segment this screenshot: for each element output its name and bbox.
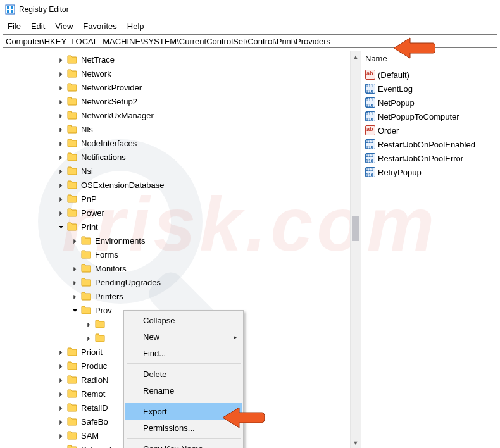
address-bar[interactable] xyxy=(3,34,497,48)
expander-closed-icon[interactable]: ⏵ xyxy=(57,349,66,356)
address-input[interactable] xyxy=(6,37,494,46)
cm-permissions[interactable]: Permissions... xyxy=(125,420,242,436)
tree-item[interactable]: ⏵Printers xyxy=(0,289,361,303)
expander-closed-icon[interactable]: ⏵ xyxy=(57,126,66,133)
scroll-down-button[interactable]: ▼ xyxy=(351,437,361,448)
list-row[interactable]: RetryPopup xyxy=(361,165,500,179)
list-header[interactable]: Name xyxy=(361,51,500,66)
tree-item[interactable]: ⏵PendingUpgrades xyxy=(0,275,361,289)
tree-item[interactable]: Forms xyxy=(0,247,361,261)
expander-closed-icon[interactable]: ⏵ xyxy=(57,209,66,216)
tree-item-label: Prov xyxy=(94,306,113,315)
folder-icon xyxy=(67,83,77,92)
folder-icon xyxy=(67,375,77,384)
list-row[interactable]: NetPopup xyxy=(361,96,500,109)
tree-item[interactable]: ⏵Network xyxy=(0,66,361,80)
column-name[interactable]: Name xyxy=(365,54,387,63)
tree-item[interactable]: ⏵Nls xyxy=(0,122,361,136)
tree-item-label: Network xyxy=(80,69,113,78)
menu-file[interactable]: File xyxy=(3,20,26,32)
folder-icon xyxy=(67,152,77,161)
tree-item-label: Monitors xyxy=(94,264,128,273)
list-row[interactable]: NetPopupToComputer xyxy=(361,109,500,123)
expander-closed-icon[interactable]: ⏵ xyxy=(57,418,66,425)
cm-rename[interactable]: Rename xyxy=(125,382,242,399)
expander-closed-icon[interactable]: ⏵ xyxy=(57,84,66,91)
folder-icon xyxy=(67,180,77,189)
cm-delete[interactable]: Delete xyxy=(125,366,242,382)
folder-icon xyxy=(67,208,77,217)
tree-item-label: RadioN xyxy=(80,375,109,385)
expander-closed-icon[interactable]: ⏵ xyxy=(57,70,66,77)
list-row[interactable]: RestartJobOnPoolError xyxy=(361,151,500,165)
tree-item-label: SafeBo xyxy=(80,417,109,426)
cm-export[interactable]: Export xyxy=(125,403,242,420)
expander-closed-icon[interactable]: ⏵ xyxy=(57,390,66,397)
tree-item-label: NetworkProvider xyxy=(80,83,143,92)
expander-closed-icon[interactable]: ⏵ xyxy=(85,321,94,328)
tree-scrollbar[interactable]: ▲ ▼ xyxy=(350,51,361,448)
tree-item[interactable]: ⏵Nsi xyxy=(0,164,361,178)
folder-icon xyxy=(67,166,77,175)
cm-find[interactable]: Find... xyxy=(125,345,242,361)
folder-icon xyxy=(67,55,77,64)
expander-closed-icon[interactable]: ⏵ xyxy=(71,279,80,286)
expander-closed-icon[interactable]: ⏵ xyxy=(57,56,66,63)
tree-item[interactable]: ⏵NodeInterfaces xyxy=(0,136,361,150)
expander-closed-icon[interactable]: ⏵ xyxy=(57,182,66,189)
expander-closed-icon[interactable]: ⏵ xyxy=(57,404,66,411)
folder-icon xyxy=(67,194,77,203)
menu-bar: File Edit View Favorites Help xyxy=(0,19,500,33)
menu-favorites[interactable]: Favorites xyxy=(78,20,122,32)
svg-rect-4 xyxy=(11,10,13,13)
title-bar: Registry Editor xyxy=(0,0,500,19)
tree-item-label: Printers xyxy=(94,292,125,301)
folder-icon xyxy=(81,306,91,314)
menu-view[interactable]: View xyxy=(50,20,78,32)
tree-item[interactable]: ⏷Print xyxy=(0,220,361,233)
scroll-up-button[interactable]: ▲ xyxy=(351,51,361,62)
expander-closed-icon[interactable]: ⏵ xyxy=(57,140,66,147)
tree-item[interactable]: ⏵NetworkProvider xyxy=(0,80,361,94)
expander-closed-icon[interactable]: ⏵ xyxy=(57,168,66,175)
folder-icon xyxy=(67,431,77,440)
expander-open-icon[interactable]: ⏷ xyxy=(71,307,80,314)
tree-item[interactable]: ⏵OSExtensionDatabase xyxy=(0,178,361,192)
tree-item-label: SAM xyxy=(80,431,100,440)
tree-item[interactable]: ⏵NetTrace xyxy=(0,53,361,66)
expander-closed-icon[interactable]: ⏵ xyxy=(57,112,66,119)
menu-edit[interactable]: Edit xyxy=(26,20,50,32)
expander-closed-icon[interactable]: ⏵ xyxy=(57,446,66,449)
expander-closed-icon[interactable]: ⏵ xyxy=(57,154,66,161)
tree-item[interactable]: ⏵PnP xyxy=(0,192,361,206)
cm-collapse[interactable]: Collapse xyxy=(125,312,242,328)
menu-help[interactable]: Help xyxy=(122,20,149,32)
expander-closed-icon[interactable]: ⏵ xyxy=(57,432,66,439)
list-row[interactable]: RestartJobOnPoolEnabled xyxy=(361,137,500,151)
expander-closed-icon[interactable]: ⏵ xyxy=(85,335,94,342)
folder-icon xyxy=(81,264,91,273)
expander-closed-icon[interactable]: ⏵ xyxy=(57,363,66,370)
expander-closed-icon[interactable]: ⏵ xyxy=(57,98,66,105)
list-row[interactable]: (Default) xyxy=(361,68,500,82)
tree-item[interactable]: ⏵Notifications xyxy=(0,150,361,164)
expander-closed-icon[interactable]: ⏵ xyxy=(57,196,66,202)
tree-item[interactable]: ⏵Power xyxy=(0,206,361,220)
expander-closed-icon[interactable]: ⏵ xyxy=(71,293,80,300)
value-list[interactable]: (Default)EventLogNetPopupNetPopupToCompu… xyxy=(361,66,500,179)
expander-closed-icon[interactable]: ⏵ xyxy=(57,376,66,383)
scroll-thumb[interactable] xyxy=(352,216,359,241)
tree-item[interactable]: ⏵NetworkUxManager xyxy=(0,108,361,122)
cm-new[interactable]: New xyxy=(125,328,242,345)
list-row[interactable]: Order xyxy=(361,123,500,137)
list-row[interactable]: EventLog xyxy=(361,82,500,96)
cm-copy-key-name[interactable]: Copy Key Name xyxy=(125,440,242,448)
expander-closed-icon[interactable]: ⏵ xyxy=(71,265,80,272)
expander-closed-icon[interactable]: ⏵ xyxy=(71,237,80,244)
tree-item[interactable]: ⏵Environments xyxy=(0,233,361,247)
reg-binary-icon xyxy=(365,153,375,163)
value-name: NetPopupToComputer xyxy=(378,112,459,121)
expander-open-icon[interactable]: ⏷ xyxy=(57,223,66,230)
tree-item[interactable]: ⏵Monitors xyxy=(0,261,361,275)
tree-item[interactable]: ⏵NetworkSetup2 xyxy=(0,94,361,108)
